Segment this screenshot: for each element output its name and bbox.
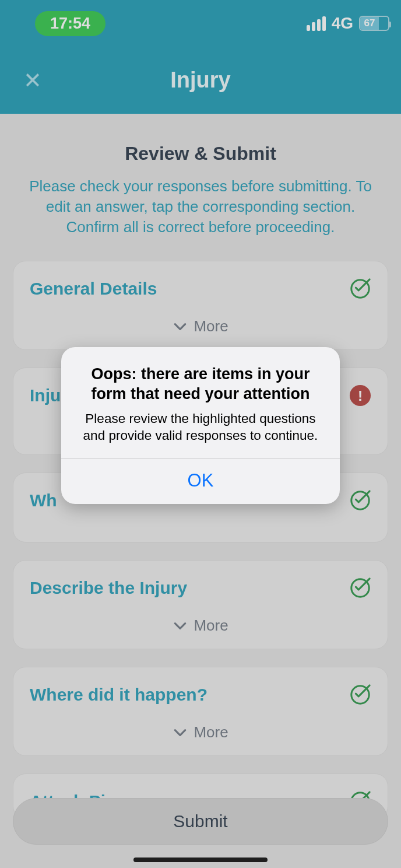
alert-ok-button[interactable]: OK [61, 459, 340, 504]
alert-dialog: Oops: there are items in your form that … [61, 347, 340, 504]
alert-body: Oops: there are items in your form that … [61, 347, 340, 458]
app-root: 17:54 4G 67 ✕ Injury Review & Submit Ple… [0, 0, 401, 868]
alert-message: Please review the highlighted questions … [76, 410, 325, 444]
alert-title: Oops: there are items in your form that … [76, 365, 325, 404]
